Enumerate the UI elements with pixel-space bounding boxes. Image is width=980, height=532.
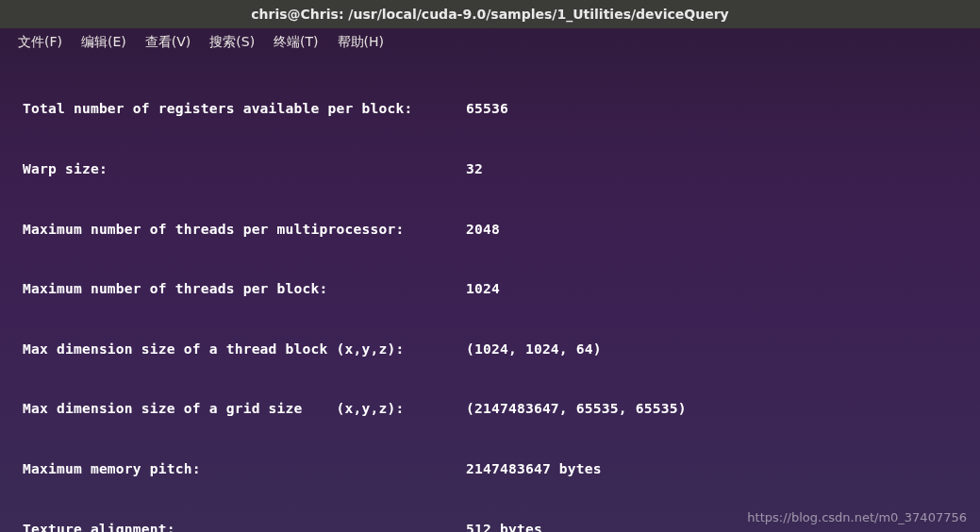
menu-file[interactable]: 文件(F) bbox=[13, 31, 67, 54]
out-label: Max dimension size of a grid size (x,y,z… bbox=[23, 398, 466, 418]
terminal-output[interactable]: Total number of registers available per … bbox=[0, 57, 980, 532]
out-label: Warp size: bbox=[23, 158, 466, 178]
menu-help[interactable]: 帮助(H) bbox=[333, 31, 389, 54]
out-value: 65536 bbox=[466, 98, 508, 118]
out-label: Max dimension size of a thread block (x,… bbox=[23, 339, 466, 358]
menu-edit[interactable]: 编辑(E) bbox=[76, 31, 131, 54]
watermark-text: https://blog.csdn.net/m0_37407756 bbox=[747, 510, 967, 524]
menu-view[interactable]: 查看(V) bbox=[141, 31, 196, 54]
window-titlebar: chris@Chris: /usr/local/cuda-9.0/samples… bbox=[0, 0, 980, 28]
out-label: Total number of registers available per … bbox=[23, 98, 466, 118]
out-label: Maximum memory pitch: bbox=[23, 458, 466, 478]
menu-terminal[interactable]: 终端(T) bbox=[269, 31, 323, 54]
out-value: (2147483647, 65535, 65535) bbox=[466, 398, 687, 418]
out-value: 2147483647 bytes bbox=[466, 458, 602, 478]
out-label: Maximum number of threads per block: bbox=[23, 278, 466, 298]
out-label: Maximum number of threads per multiproce… bbox=[23, 219, 466, 239]
menu-search[interactable]: 搜索(S) bbox=[205, 31, 259, 54]
out-label: Texture alignment: bbox=[23, 519, 466, 532]
window-title: chris@Chris: /usr/local/cuda-9.0/samples… bbox=[251, 7, 728, 22]
menubar: 文件(F) 编辑(E) 查看(V) 搜索(S) 终端(T) 帮助(H) bbox=[0, 28, 980, 57]
out-value: 512 bytes bbox=[466, 519, 542, 532]
out-value: 1024 bbox=[466, 278, 500, 298]
out-value: 2048 bbox=[466, 219, 500, 239]
out-value: (1024, 1024, 64) bbox=[466, 339, 602, 358]
out-value: 32 bbox=[466, 158, 483, 178]
